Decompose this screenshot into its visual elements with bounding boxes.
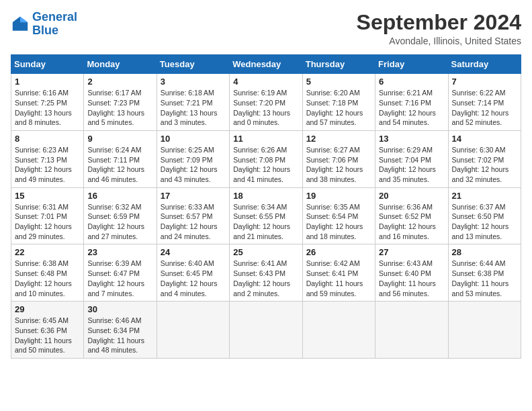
calendar-cell: 2 Sunrise: 6:17 AMSunset: 7:23 PMDayligh… (84, 74, 157, 131)
calendar-week-3: 15 Sunrise: 6:31 AMSunset: 7:01 PMDaylig… (11, 187, 521, 244)
logo: General Blue (11, 11, 77, 38)
day-number: 6 (379, 77, 444, 87)
calendar-cell: 22 Sunrise: 6:38 AMSunset: 6:48 PMDaylig… (11, 244, 84, 302)
day-number: 14 (452, 134, 517, 144)
day-number: 2 (87, 77, 152, 87)
day-number: 17 (161, 191, 226, 201)
day-info: Sunrise: 6:20 AMSunset: 7:18 PMDaylight:… (306, 88, 371, 128)
day-info: Sunrise: 6:18 AMSunset: 7:21 PMDaylight:… (161, 88, 226, 128)
calendar-header-thursday: Thursday (302, 55, 375, 74)
calendar-cell: 26 Sunrise: 6:42 AMSunset: 6:41 PMDaylig… (302, 244, 375, 302)
day-number: 30 (87, 304, 152, 314)
calendar-header-row: SundayMondayTuesdayWednesdayThursdayFrid… (11, 55, 521, 74)
day-number: 25 (233, 247, 298, 257)
location-subtitle: Avondale, Illinois, United States (357, 36, 521, 46)
calendar-header-sunday: Sunday (11, 55, 84, 74)
logo-icon (11, 15, 30, 34)
calendar-cell (230, 302, 302, 359)
calendar-cell: 27 Sunrise: 6:43 AMSunset: 6:40 PMDaylig… (375, 244, 448, 302)
day-number: 23 (87, 247, 152, 257)
calendar-cell: 11 Sunrise: 6:26 AMSunset: 7:08 PMDaylig… (230, 130, 302, 187)
day-number: 18 (233, 191, 298, 201)
day-info: Sunrise: 6:46 AMSunset: 6:34 PMDaylight:… (87, 316, 152, 355)
day-number: 13 (379, 134, 444, 144)
calendar-cell: 3 Sunrise: 6:18 AMSunset: 7:21 PMDayligh… (157, 74, 229, 131)
calendar-cell (157, 302, 229, 359)
calendar-cell: 1 Sunrise: 6:16 AMSunset: 7:25 PMDayligh… (11, 74, 84, 131)
day-info: Sunrise: 6:44 AMSunset: 6:38 PMDaylight:… (452, 259, 517, 298)
day-number: 7 (452, 77, 517, 87)
day-info: Sunrise: 6:43 AMSunset: 6:40 PMDaylight:… (379, 259, 444, 298)
day-number: 24 (161, 247, 226, 257)
day-info: Sunrise: 6:17 AMSunset: 7:23 PMDaylight:… (87, 88, 152, 128)
calendar-week-4: 22 Sunrise: 6:38 AMSunset: 6:48 PMDaylig… (11, 244, 521, 302)
day-info: Sunrise: 6:34 AMSunset: 6:55 PMDaylight:… (233, 202, 298, 242)
calendar-week-1: 1 Sunrise: 6:16 AMSunset: 7:25 PMDayligh… (11, 74, 521, 131)
calendar-cell: 14 Sunrise: 6:30 AMSunset: 7:02 PMDaylig… (448, 130, 521, 187)
calendar-cell: 8 Sunrise: 6:23 AMSunset: 7:13 PMDayligh… (11, 130, 84, 187)
calendar-cell: 12 Sunrise: 6:27 AMSunset: 7:06 PMDaylig… (302, 130, 375, 187)
day-info: Sunrise: 6:41 AMSunset: 6:43 PMDaylight:… (233, 259, 298, 298)
calendar-week-5: 29 Sunrise: 6:45 AMSunset: 6:36 PMDaylig… (11, 302, 521, 359)
day-info: Sunrise: 6:36 AMSunset: 6:52 PMDaylight:… (379, 202, 444, 242)
day-number: 11 (233, 134, 298, 144)
day-number: 19 (306, 191, 371, 201)
calendar-cell: 5 Sunrise: 6:20 AMSunset: 7:18 PMDayligh… (302, 74, 375, 131)
calendar-header-tuesday: Tuesday (157, 55, 229, 74)
day-number: 21 (452, 191, 517, 201)
day-info: Sunrise: 6:45 AMSunset: 6:36 PMDaylight:… (15, 316, 80, 355)
calendar-table: SundayMondayTuesdayWednesdayThursdayFrid… (11, 54, 521, 359)
day-info: Sunrise: 6:39 AMSunset: 6:47 PMDaylight:… (87, 259, 152, 298)
day-info: Sunrise: 6:30 AMSunset: 7:02 PMDaylight:… (452, 145, 517, 185)
day-number: 28 (452, 247, 517, 257)
day-number: 8 (15, 134, 80, 144)
day-info: Sunrise: 6:29 AMSunset: 7:04 PMDaylight:… (379, 145, 444, 185)
calendar-cell: 20 Sunrise: 6:36 AMSunset: 6:52 PMDaylig… (375, 187, 448, 244)
day-info: Sunrise: 6:25 AMSunset: 7:09 PMDaylight:… (161, 145, 226, 185)
day-number: 10 (161, 134, 226, 144)
calendar-cell: 23 Sunrise: 6:39 AMSunset: 6:47 PMDaylig… (84, 244, 157, 302)
day-info: Sunrise: 6:19 AMSunset: 7:20 PMDaylight:… (233, 88, 298, 128)
calendar-cell: 24 Sunrise: 6:40 AMSunset: 6:45 PMDaylig… (157, 244, 229, 302)
day-number: 5 (306, 77, 371, 87)
calendar-cell: 29 Sunrise: 6:45 AMSunset: 6:36 PMDaylig… (11, 302, 84, 359)
day-number: 1 (15, 77, 80, 87)
day-info: Sunrise: 6:26 AMSunset: 7:08 PMDaylight:… (233, 145, 298, 185)
calendar-cell: 10 Sunrise: 6:25 AMSunset: 7:09 PMDaylig… (157, 130, 229, 187)
day-info: Sunrise: 6:37 AMSunset: 6:50 PMDaylight:… (452, 202, 517, 242)
day-number: 16 (87, 191, 152, 201)
page-header: General Blue September 2024 Avondale, Il… (11, 11, 521, 46)
day-number: 15 (15, 191, 80, 201)
day-info: Sunrise: 6:24 AMSunset: 7:11 PMDaylight:… (87, 145, 152, 185)
day-number: 29 (15, 304, 80, 314)
calendar-cell: 4 Sunrise: 6:19 AMSunset: 7:20 PMDayligh… (230, 74, 302, 131)
calendar-cell (448, 302, 521, 359)
calendar-body: 1 Sunrise: 6:16 AMSunset: 7:25 PMDayligh… (11, 74, 521, 359)
day-info: Sunrise: 6:35 AMSunset: 6:54 PMDaylight:… (306, 202, 371, 242)
calendar-cell: 30 Sunrise: 6:46 AMSunset: 6:34 PMDaylig… (84, 302, 157, 359)
calendar-cell: 17 Sunrise: 6:33 AMSunset: 6:57 PMDaylig… (157, 187, 229, 244)
day-number: 27 (379, 247, 444, 257)
day-info: Sunrise: 6:21 AMSunset: 7:16 PMDaylight:… (379, 88, 444, 128)
day-number: 26 (306, 247, 371, 257)
logo-text: General Blue (32, 11, 77, 38)
day-info: Sunrise: 6:23 AMSunset: 7:13 PMDaylight:… (15, 145, 80, 185)
day-number: 20 (379, 191, 444, 201)
calendar-cell: 16 Sunrise: 6:32 AMSunset: 6:59 PMDaylig… (84, 187, 157, 244)
calendar-cell: 7 Sunrise: 6:22 AMSunset: 7:14 PMDayligh… (448, 74, 521, 131)
calendar-cell: 6 Sunrise: 6:21 AMSunset: 7:16 PMDayligh… (375, 74, 448, 131)
calendar-header-saturday: Saturday (448, 55, 521, 74)
calendar-week-2: 8 Sunrise: 6:23 AMSunset: 7:13 PMDayligh… (11, 130, 521, 187)
day-info: Sunrise: 6:40 AMSunset: 6:45 PMDaylight:… (161, 259, 226, 298)
calendar-cell: 13 Sunrise: 6:29 AMSunset: 7:04 PMDaylig… (375, 130, 448, 187)
day-info: Sunrise: 6:22 AMSunset: 7:14 PMDaylight:… (452, 88, 517, 128)
calendar-cell: 19 Sunrise: 6:35 AMSunset: 6:54 PMDaylig… (302, 187, 375, 244)
calendar-cell (302, 302, 375, 359)
calendar-cell: 18 Sunrise: 6:34 AMSunset: 6:55 PMDaylig… (230, 187, 302, 244)
svg-marker-1 (20, 17, 28, 22)
day-number: 22 (15, 247, 80, 257)
calendar-cell (375, 302, 448, 359)
calendar-cell: 15 Sunrise: 6:31 AMSunset: 7:01 PMDaylig… (11, 187, 84, 244)
day-number: 3 (161, 77, 226, 87)
calendar-cell: 25 Sunrise: 6:41 AMSunset: 6:43 PMDaylig… (230, 244, 302, 302)
